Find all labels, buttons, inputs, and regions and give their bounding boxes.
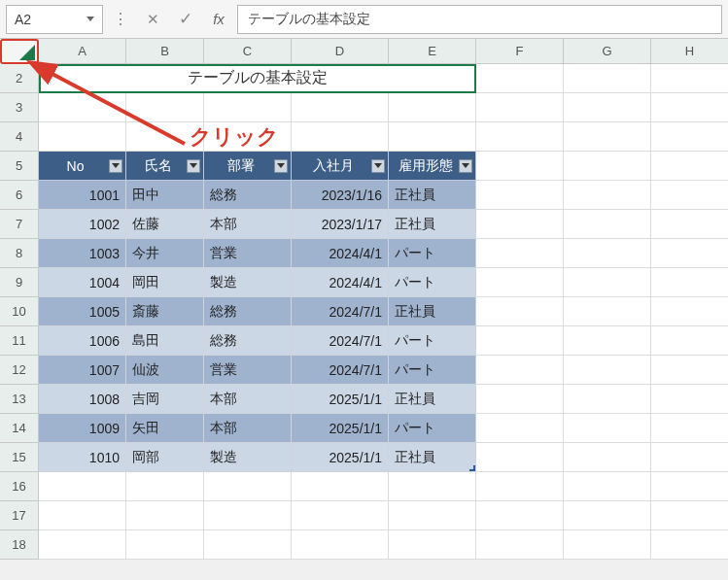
cell-blank[interactable] bbox=[651, 239, 728, 268]
table-cell-type[interactable]: パート bbox=[389, 326, 476, 356]
table-cell-dept[interactable]: 製造 bbox=[204, 443, 292, 472]
table-cell-no[interactable]: 1008 bbox=[39, 385, 126, 414]
table-header-dept[interactable]: 部署 bbox=[204, 152, 292, 181]
row-header-15[interactable]: 15 bbox=[0, 443, 39, 472]
cell-empty[interactable] bbox=[292, 530, 389, 560]
cell-empty[interactable] bbox=[564, 93, 651, 122]
table-cell-dept[interactable]: 製造 bbox=[204, 268, 292, 297]
cell-blank[interactable] bbox=[476, 297, 564, 326]
cell-empty[interactable] bbox=[204, 501, 292, 530]
cell-blank[interactable] bbox=[651, 64, 728, 93]
cell-empty[interactable] bbox=[126, 93, 204, 122]
table-cell-name[interactable]: 斎藤 bbox=[126, 297, 204, 326]
cell-empty[interactable] bbox=[389, 93, 476, 122]
cell-blank[interactable] bbox=[564, 268, 651, 297]
select-all-corner[interactable] bbox=[0, 39, 39, 64]
cell-blank[interactable] bbox=[651, 152, 728, 181]
table-cell-dept[interactable]: 本部 bbox=[204, 385, 292, 414]
cell-empty[interactable] bbox=[204, 530, 292, 560]
cell-empty[interactable] bbox=[476, 472, 564, 501]
table-cell-date[interactable]: 2025/1/1 bbox=[292, 385, 389, 414]
cell-blank[interactable] bbox=[564, 64, 651, 93]
cell-empty[interactable] bbox=[651, 530, 728, 560]
table-header-no[interactable]: No bbox=[39, 152, 126, 181]
table-cell-name[interactable]: 今井 bbox=[126, 239, 204, 268]
name-box[interactable]: A2 bbox=[6, 5, 103, 34]
row-header-4[interactable]: 4 bbox=[0, 122, 39, 152]
table-cell-name[interactable]: 岡部 bbox=[126, 443, 204, 472]
table-cell-no[interactable]: 1003 bbox=[39, 239, 126, 268]
cell-empty[interactable] bbox=[564, 501, 651, 530]
cell-empty[interactable] bbox=[564, 122, 651, 152]
row-header-7[interactable]: 7 bbox=[0, 210, 39, 239]
table-cell-type[interactable]: パート bbox=[389, 268, 476, 297]
cell-empty[interactable] bbox=[651, 122, 728, 152]
cell-empty[interactable] bbox=[389, 501, 476, 530]
cell-blank[interactable] bbox=[564, 326, 651, 356]
cell-blank[interactable] bbox=[476, 152, 564, 181]
cell-empty[interactable] bbox=[126, 472, 204, 501]
cell-blank[interactable] bbox=[476, 239, 564, 268]
filter-dropdown-icon[interactable] bbox=[109, 159, 122, 173]
cell-blank[interactable] bbox=[651, 385, 728, 414]
filter-dropdown-icon[interactable] bbox=[274, 159, 288, 173]
cell-blank[interactable] bbox=[476, 64, 564, 93]
table-cell-dept[interactable]: 本部 bbox=[204, 210, 292, 239]
table-cell-dept[interactable]: 営業 bbox=[204, 239, 292, 268]
cancel-icon[interactable]: ✕ bbox=[138, 5, 167, 34]
cell-blank[interactable] bbox=[476, 268, 564, 297]
table-cell-type[interactable]: 正社員 bbox=[389, 181, 476, 210]
row-header-14[interactable]: 14 bbox=[0, 414, 39, 443]
column-header-F[interactable]: F bbox=[476, 39, 564, 64]
column-header-A[interactable]: A bbox=[39, 39, 126, 64]
table-cell-date[interactable]: 2024/7/1 bbox=[292, 326, 389, 356]
cell-empty[interactable] bbox=[564, 472, 651, 501]
row-header-13[interactable]: 13 bbox=[0, 385, 39, 414]
cell-empty[interactable] bbox=[389, 122, 476, 152]
table-cell-no[interactable]: 1004 bbox=[39, 268, 126, 297]
cell-blank[interactable] bbox=[651, 268, 728, 297]
table-cell-no[interactable]: 1005 bbox=[39, 297, 126, 326]
cell-empty[interactable] bbox=[204, 93, 292, 122]
cell-empty[interactable] bbox=[204, 122, 292, 152]
cell-blank[interactable] bbox=[564, 239, 651, 268]
table-cell-date[interactable]: 2023/1/16 bbox=[292, 181, 389, 210]
cell-empty[interactable] bbox=[476, 530, 564, 560]
table-cell-date[interactable]: 2025/1/1 bbox=[292, 443, 389, 472]
cell-empty[interactable] bbox=[564, 530, 651, 560]
cell-blank[interactable] bbox=[476, 443, 564, 472]
cell-empty[interactable] bbox=[476, 501, 564, 530]
fx-label[interactable]: fx bbox=[204, 5, 233, 34]
cell-blank[interactable] bbox=[476, 356, 564, 385]
cell-empty[interactable] bbox=[204, 472, 292, 501]
table-cell-name[interactable]: 矢田 bbox=[126, 414, 204, 443]
row-header-17[interactable]: 17 bbox=[0, 501, 39, 530]
table-cell-name[interactable]: 吉岡 bbox=[126, 385, 204, 414]
table-cell-no[interactable]: 1009 bbox=[39, 414, 126, 443]
cell-blank[interactable] bbox=[564, 210, 651, 239]
cell-empty[interactable] bbox=[389, 472, 476, 501]
table-cell-type[interactable]: パート bbox=[389, 414, 476, 443]
table-cell-name[interactable]: 岡田 bbox=[126, 268, 204, 297]
table-cell-name[interactable]: 仙波 bbox=[126, 356, 204, 385]
cell-empty[interactable] bbox=[389, 530, 476, 560]
table-cell-date[interactable]: 2023/1/17 bbox=[292, 210, 389, 239]
cell-blank[interactable] bbox=[651, 356, 728, 385]
cell-empty[interactable] bbox=[126, 122, 204, 152]
table-cell-type[interactable]: 正社員 bbox=[389, 443, 476, 472]
cell-empty[interactable] bbox=[126, 530, 204, 560]
table-cell-dept[interactable]: 総務 bbox=[204, 326, 292, 356]
row-header-5[interactable]: 5 bbox=[0, 152, 39, 181]
filter-dropdown-icon[interactable] bbox=[459, 159, 472, 173]
cell-empty[interactable] bbox=[39, 93, 126, 122]
cell-empty[interactable] bbox=[39, 472, 126, 501]
cell-blank[interactable] bbox=[476, 210, 564, 239]
table-cell-type[interactable]: 正社員 bbox=[389, 210, 476, 239]
row-header-2[interactable]: 2 bbox=[0, 64, 39, 93]
table-cell-type[interactable]: 正社員 bbox=[389, 385, 476, 414]
cell-empty[interactable] bbox=[476, 122, 564, 152]
cell-empty[interactable] bbox=[39, 122, 126, 152]
spreadsheet-grid[interactable]: ABCDEFGH2テーブルの基本設定345No氏名部署入社月雇用形態61001田… bbox=[0, 39, 728, 560]
cell-blank[interactable] bbox=[476, 181, 564, 210]
row-header-11[interactable]: 11 bbox=[0, 326, 39, 356]
